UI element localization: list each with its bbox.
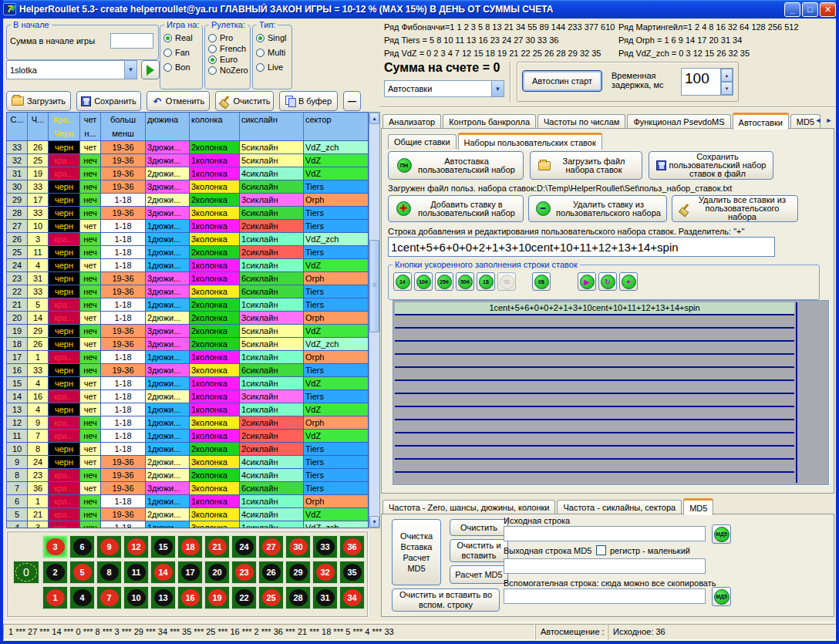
calc-md5-button[interactable]: Расчет MD5: [450, 565, 508, 584]
table-row[interactable]: 1633черннеч19-363дюжи...3колонка6сиклайн…: [7, 364, 368, 377]
roulette-cell-24[interactable]: 24: [231, 535, 257, 558]
bet-set-row-empty[interactable]: [395, 381, 794, 394]
bet-set-list[interactable]: 1cent+5+6+0+0+2+1+3+10cent+10+11+12+13+1…: [393, 300, 829, 485]
roulette-cell-18[interactable]: 18: [177, 535, 203, 558]
bet-set-row-empty[interactable]: [395, 460, 794, 473]
column-header[interactable]: менш: [101, 126, 146, 140]
roulette-cell-17[interactable]: 17: [177, 561, 203, 584]
autobet-combo[interactable]: Автоставки ▼: [384, 80, 504, 97]
radio-option-live[interactable]: Live: [256, 62, 286, 72]
roulette-cell-8[interactable]: 8: [96, 561, 122, 584]
bet-set-row-empty[interactable]: [395, 394, 794, 407]
radio-option-singl[interactable]: Singl: [256, 33, 286, 42]
table-row[interactable]: 521кра...неч19-362дюжи...3колонка4сиклай…: [7, 508, 368, 521]
table-row[interactable]: 117кра...неч1-181дюжи...1колонка2сиклайн…: [7, 430, 368, 443]
roulette-cell-9[interactable]: 9: [96, 535, 122, 558]
column-header[interactable]: больш: [101, 113, 146, 126]
start-sum-input[interactable]: [110, 33, 153, 49]
table-row[interactable]: 924чернчет19-362дюжи...3колонка4сиклайнT…: [7, 456, 368, 469]
roulette-cell-14[interactable]: 14: [150, 561, 176, 584]
autobet-set-button[interactable]: ПН Автоставка пользовательский набор: [388, 151, 524, 180]
quick-bet-button-1c[interactable]: 1¢: [393, 272, 412, 291]
radio-option-bon[interactable]: Bon: [163, 62, 193, 72]
bet-set-row-empty[interactable]: [395, 473, 794, 483]
roulette-cell-12[interactable]: 12: [123, 535, 149, 558]
roulette-cell-1[interactable]: 1: [42, 586, 68, 609]
chevron-down-icon[interactable]: ▼: [124, 61, 136, 79]
radio-option-real[interactable]: Real: [163, 33, 193, 42]
roulette-cell-11[interactable]: 11: [123, 561, 149, 584]
roulette-cell-27[interactable]: 27: [258, 535, 284, 558]
table-row[interactable]: 134чернчет1-181дюжи...1колонка1сиклайнVd…: [7, 403, 368, 416]
freq-tab-частота-zero-шансы-дюжины-колонки[interactable]: Частота - Zero, шансы, дюжины, колонки: [382, 500, 555, 514]
roulette-cell-23[interactable]: 23: [231, 561, 257, 584]
roulette-cell-16[interactable]: 16: [177, 586, 203, 609]
roulette-cell-3[interactable]: 3: [42, 535, 68, 558]
roulette-cell-21[interactable]: 21: [204, 535, 230, 558]
tabs-scroll-right-icon[interactable]: ►: [824, 114, 834, 126]
roulette-cell-25[interactable]: 25: [258, 586, 284, 609]
bet-set-row-empty[interactable]: [395, 355, 794, 368]
spinner-down-icon[interactable]: ▼: [721, 82, 733, 95]
roulette-cell-19[interactable]: 19: [204, 586, 230, 609]
radio-option-french[interactable]: French: [208, 44, 248, 53]
table-row[interactable]: 3225кра...неч19-363дюжи...1колонка5сикла…: [7, 154, 368, 167]
table-row[interactable]: 2233черннеч19-363дюжи...3колонка6сиклайн…: [7, 285, 368, 298]
bet-list-scroll-area[interactable]: [796, 302, 827, 483]
aux-string-input[interactable]: [504, 588, 706, 604]
roulette-cell-10[interactable]: 10: [123, 586, 149, 609]
column-header[interactable]: Кра...: [49, 113, 80, 126]
table-row[interactable]: 129кра...неч1-181дюжи...3колонка2сиклайн…: [7, 416, 368, 430]
column-header[interactable]: [28, 126, 49, 140]
clear-paste-aux-button[interactable]: Очистить и вставить во вспом. строку: [392, 588, 500, 612]
toolbar-button-сохранить[interactable]: Сохранить: [76, 91, 141, 111]
bet-string-input[interactable]: [388, 237, 775, 257]
roulette-cell-15[interactable]: 15: [150, 535, 176, 558]
bet-set-row-empty[interactable]: [395, 329, 794, 342]
radio-icon[interactable]: [256, 63, 265, 72]
scrollbar-thumb[interactable]: [369, 240, 379, 332]
roulette-cell-36[interactable]: 36: [339, 535, 365, 558]
radio-option-nozero[interactable]: NoZero: [208, 66, 248, 75]
minimize-button[interactable]: _: [784, 2, 800, 17]
output-string-input[interactable]: [504, 558, 706, 574]
column-header[interactable]: [190, 126, 240, 140]
quick-bet-button-25c[interactable]: 25¢: [435, 272, 453, 291]
roulette-cell-5[interactable]: 5: [69, 561, 95, 584]
column-header[interactable]: Ч...: [28, 113, 49, 126]
column-header[interactable]: С...: [7, 113, 28, 126]
radio-icon[interactable]: [208, 56, 217, 64]
table-row[interactable]: 1929черннеч19-363дюжи...2колонка5сиклайн…: [7, 325, 368, 338]
bet-set-row[interactable]: 1cent+5+6+0+0+2+1+3+10cent+10+11+12+13+1…: [395, 302, 794, 315]
table-row[interactable]: 61кра...неч1-181дюжи...1колонка1сиклайнO…: [7, 495, 368, 508]
scroll-down-icon[interactable]: ▼: [369, 516, 379, 528]
column-header[interactable]: [240, 126, 304, 140]
table-row[interactable]: 43кра...неч1-181дюжи...3колонка1сиклайнV…: [7, 521, 368, 528]
roulette-cell-26[interactable]: 26: [258, 561, 284, 584]
column-header[interactable]: сектор: [304, 113, 369, 126]
table-row[interactable]: 2511черннеч1-181дюжи...2колонка2сиклайнT…: [7, 246, 368, 259]
table-row[interactable]: 3326чернчет19-363дюжи...2колонка5сиклайн…: [7, 141, 368, 154]
quick-bet-button-0d[interactable]: 0$: [532, 272, 551, 291]
column-header[interactable]: н...: [80, 126, 101, 140]
column-header[interactable]: [146, 126, 190, 140]
tab-анализатор[interactable]: Анализатор: [382, 114, 441, 129]
tab-автоставки[interactable]: Автоставки: [733, 113, 789, 130]
quick-action-button[interactable]: ✦: [619, 272, 638, 291]
column-header[interactable]: сикслайн: [240, 113, 304, 126]
radio-icon[interactable]: [163, 34, 172, 42]
clear-button[interactable]: Очистить: [450, 519, 508, 536]
save-set-button[interactable]: Сохранить пользовательский набор ставок …: [649, 151, 773, 180]
toolbar-button-загрузить[interactable]: Загрузить: [6, 91, 71, 111]
table-row[interactable]: 154чернчет1-181дюжи...1колонка1сиклайнVd…: [7, 377, 368, 390]
radio-icon[interactable]: [208, 66, 217, 75]
radio-icon[interactable]: [163, 63, 172, 72]
quick-bet-button-1d[interactable]: 1$: [477, 272, 495, 291]
freq-tab-md5[interactable]: MD5: [683, 499, 713, 515]
spinner-up-icon[interactable]: ▲: [721, 69, 733, 82]
radio-icon[interactable]: [256, 34, 265, 42]
source-string-input[interactable]: [504, 526, 706, 541]
table-row[interactable]: 215кра...неч1-181дюжи...2колонка1сиклайн…: [7, 298, 368, 312]
maximize-button[interactable]: □: [802, 2, 818, 17]
radio-icon[interactable]: [208, 45, 217, 53]
